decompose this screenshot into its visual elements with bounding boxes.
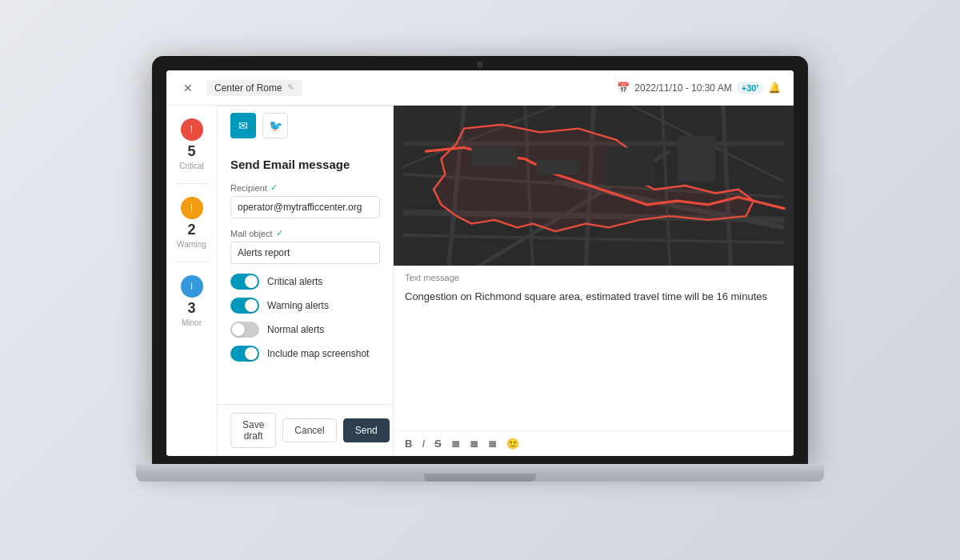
calendar-icon: 📅 <box>617 82 630 94</box>
laptop-shell: ✕ Center of Rome ✎ 📅 2022/11/10 - 10:30 … <box>136 56 824 504</box>
warning-count: 2 <box>187 222 195 237</box>
include-map-toggle-row: Include map screenshot <box>230 346 380 362</box>
app-container: ✕ Center of Rome ✎ 📅 2022/11/10 - 10:30 … <box>166 70 794 456</box>
normal-alerts-label: Normal alerts <box>267 324 324 335</box>
cancel-button[interactable]: Cancel <box>282 418 336 442</box>
location-tag: Center of Rome ✎ <box>206 80 302 96</box>
form-panel: ✉ 🐦 Send Email message Recipient ✓ <box>218 106 394 456</box>
form-footer: Save draft Cancel Send <box>218 404 393 456</box>
bold-button[interactable]: B <box>405 438 412 450</box>
right-panel: Text message Congestion on Richmond squa… <box>394 106 794 456</box>
normal-alerts-toggle[interactable] <box>230 322 259 338</box>
divider-2 <box>176 262 208 262</box>
critical-label: Critical <box>179 162 204 170</box>
message-text[interactable]: Congestion on Richmond square area, esti… <box>394 286 794 430</box>
minor-count: 3 <box>187 301 195 315</box>
critical-dot: ! <box>181 118 203 141</box>
svg-rect-15 <box>537 161 578 174</box>
close-button[interactable]: ✕ <box>179 79 197 97</box>
bell-icon[interactable]: 🔔 <box>768 82 781 94</box>
laptop-reflection <box>136 482 824 489</box>
mail-object-check-icon: ✓ <box>276 228 283 238</box>
warning-alerts-toggle[interactable] <box>230 298 259 314</box>
recipient-check-icon: ✓ <box>270 182 278 193</box>
critical-count: 5 <box>187 144 195 158</box>
datetime-text: 2022/11/10 - 10:30 AM <box>634 82 731 94</box>
screen: ✕ Center of Rome ✎ 📅 2022/11/10 - 10:30 … <box>166 70 794 456</box>
recipient-field: Recipient ✓ <box>230 182 380 218</box>
emoji-button[interactable]: 🙂 <box>506 438 519 450</box>
camera <box>477 62 483 68</box>
warning-label: Warning <box>177 240 206 249</box>
align-right-button[interactable]: ≣ <box>488 438 497 450</box>
mail-object-field: Mail object ✓ <box>230 228 380 264</box>
warning-dot: ! <box>181 197 203 219</box>
recipient-input[interactable] <box>230 196 380 218</box>
recipient-label: Recipient ✓ <box>230 182 380 193</box>
critical-alerts-label: Critical alerts <box>267 276 322 287</box>
warning-alert-item: ! 2 Warning <box>177 197 206 249</box>
datetime-display: 📅 2022/11/10 - 10:30 AM +30' 🔔 <box>617 82 781 94</box>
align-left-button[interactable]: ≣ <box>451 438 460 450</box>
message-label: Text message <box>394 266 794 286</box>
map-area <box>394 106 794 266</box>
minor-alert-item: i 3 Minor <box>181 275 203 327</box>
include-map-toggle[interactable] <box>230 346 259 362</box>
warning-alerts-toggle-row: Warning alerts <box>230 298 380 314</box>
message-area: Text message Congestion on Richmond squa… <box>394 266 794 456</box>
edit-icon[interactable]: ✎ <box>287 82 294 93</box>
screen-bezel: ✕ Center of Rome ✎ 📅 2022/11/10 - 10:30 … <box>152 56 808 464</box>
form-content: Send Email message Recipient ✓ <box>218 145 393 404</box>
minor-dot: i <box>181 275 203 298</box>
critical-alerts-toggle-row: Critical alerts <box>230 274 380 290</box>
strikethrough-button[interactable]: S <box>434 438 442 450</box>
svg-rect-17 <box>678 136 716 182</box>
critical-alerts-toggle[interactable] <box>230 274 259 290</box>
include-map-label: Include map screenshot <box>267 348 369 359</box>
laptop-base <box>136 464 824 482</box>
send-button[interactable]: Send <box>343 418 390 442</box>
email-social-button[interactable]: ✉ <box>230 113 256 138</box>
align-center-button[interactable]: ≣ <box>470 438 478 450</box>
save-draft-button[interactable]: Save draft <box>230 413 276 448</box>
normal-alerts-toggle-row: Normal alerts <box>230 322 380 338</box>
main-area: ! 5 Critical ! 2 Warning i <box>166 106 794 456</box>
message-toolbar: B I S ≣ ≣ ≣ 🙂 <box>394 430 794 456</box>
svg-rect-16 <box>605 147 654 186</box>
map-svg <box>394 106 794 266</box>
left-sidebar: ! 5 Critical ! 2 Warning i <box>166 106 218 456</box>
twitter-social-button[interactable]: 🐦 <box>262 113 288 138</box>
social-icons: ✉ 🐦 <box>218 106 393 145</box>
mail-object-input[interactable] <box>230 242 380 264</box>
critical-alert-item: ! 5 Critical <box>179 118 204 170</box>
italic-button[interactable]: I <box>422 438 425 450</box>
minor-label: Minor <box>182 318 202 327</box>
mail-object-label: Mail object ✓ <box>230 228 380 238</box>
top-bar: ✕ Center of Rome ✎ 📅 2022/11/10 - 10:30 … <box>166 70 794 106</box>
svg-rect-14 <box>472 147 518 166</box>
form-title: Send Email message <box>230 158 380 171</box>
time-badge: +30' <box>737 82 763 94</box>
warning-alerts-label: Warning alerts <box>267 300 329 311</box>
divider-1 <box>176 183 208 184</box>
location-name: Center of Rome <box>214 82 282 94</box>
